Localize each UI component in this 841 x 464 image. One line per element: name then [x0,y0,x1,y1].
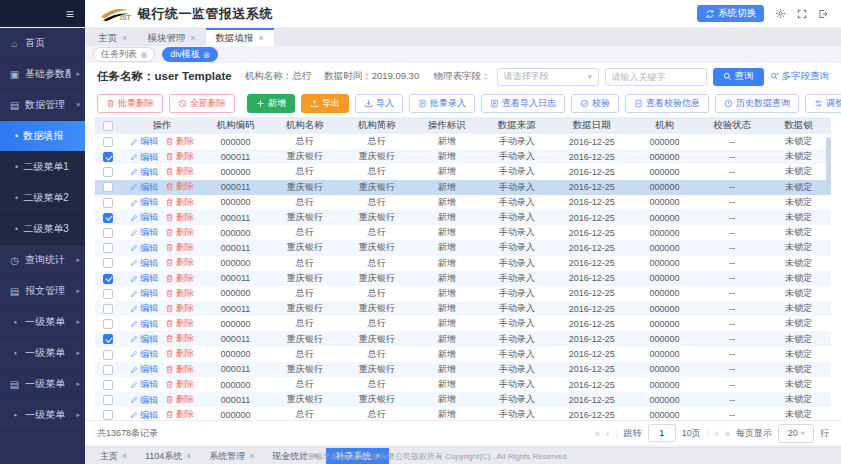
toolbar-button-right-8[interactable]: 调整原因 [805,94,841,113]
toolbar-button-left-1[interactable]: 全部删除 [169,94,235,113]
delete-link[interactable]: 删除 [165,408,194,420]
toolbar-button-right-3[interactable]: 批量录入 [409,94,475,113]
toolbar-button-right-6[interactable]: 查看校验信息 [625,94,709,113]
toolbar-button-left-0[interactable]: 批量删除 [97,94,163,113]
edit-link[interactable]: 编辑 [130,287,158,300]
prev-page-button[interactable]: ‹ [606,428,609,439]
delete-link[interactable]: 删除 [165,378,194,391]
toolbar-button-right-4[interactable]: 查看导入日志 [481,94,565,113]
edit-link[interactable]: 编辑 [130,363,158,376]
delete-link[interactable]: 删除 [165,332,194,345]
taskbar-tab-0[interactable]: 主页× [91,448,136,464]
select-all-checkbox[interactable] [103,121,113,131]
delete-link[interactable]: 删除 [165,165,194,178]
close-icon[interactable]: × [122,33,127,43]
delete-link[interactable]: 删除 [165,393,194,406]
row-checkbox[interactable] [103,198,113,208]
delete-link[interactable]: 删除 [165,256,194,269]
delete-link[interactable]: 删除 [165,363,194,376]
edit-link[interactable]: 编辑 [130,348,158,361]
delete-link[interactable]: 删除 [165,347,194,360]
row-checkbox[interactable] [103,167,113,177]
sidebar-item-0[interactable]: ⌂首页 [0,28,85,59]
keyword-input[interactable] [605,68,707,86]
close-icon[interactable]: × [259,33,264,43]
edit-link[interactable]: 编辑 [130,151,158,164]
tab-1[interactable]: 模块管理× [137,30,205,46]
edit-link[interactable]: 编辑 [130,135,158,148]
last-page-button[interactable]: » [724,428,730,439]
close-icon[interactable]: × [249,451,254,461]
row-checkbox[interactable] [103,350,113,360]
system-switch-button[interactable]: 系统切换 [697,5,764,22]
delete-link[interactable]: 删除 [165,272,194,285]
row-checkbox[interactable] [103,410,113,420]
edit-link[interactable]: 编辑 [130,302,158,315]
row-checkbox[interactable] [103,213,113,223]
tab-2[interactable]: 数据填报× [206,28,274,46]
row-checkbox[interactable] [103,243,113,253]
sidebar-item-2[interactable]: ▤数据管理▾ [0,90,85,121]
delete-link[interactable]: 删除 [165,196,194,209]
search-button[interactable]: 查询 [713,68,764,86]
fullscreen-icon[interactable] [797,9,807,19]
delete-link[interactable]: 删除 [165,211,194,224]
edit-link[interactable]: 编辑 [130,409,158,420]
delete-link[interactable]: 删除 [165,287,194,300]
row-checkbox[interactable] [103,365,113,375]
hamburger-menu-icon[interactable]: ≡ [66,7,74,21]
next-page-button[interactable]: › [715,428,718,439]
sub-tab-chip-0[interactable]: 任务列表⊗ [93,47,155,62]
sidebar-item-1[interactable]: ▣基础参数配置▸ [0,59,85,90]
toolbar-button-right-7[interactable]: 历史数据查询 [715,94,799,113]
edit-link[interactable]: 编辑 [130,196,158,209]
page-number-input[interactable] [648,424,676,442]
edit-link[interactable]: 编辑 [130,378,158,391]
edit-link[interactable]: 编辑 [130,257,158,270]
edit-link[interactable]: 编辑 [130,333,158,346]
row-checkbox[interactable] [103,228,113,238]
sub-tab-chip-1[interactable]: div模板⊗ [162,47,218,62]
row-checkbox[interactable] [103,258,113,268]
close-circle-icon[interactable]: ⊗ [203,50,210,60]
close-circle-icon[interactable]: ⊗ [140,50,147,60]
sidebar-item-9[interactable]: ◔一级菜单▸ [0,307,85,338]
sidebar-item-11[interactable]: ▤一级菜单▸ [0,369,85,400]
sidebar-item-10[interactable]: ◔一级菜单▸ [0,338,85,369]
sidebar-item-4[interactable]: •二级菜单1 [0,152,85,183]
edit-link[interactable]: 编辑 [130,394,158,407]
sidebar-item-6[interactable]: •二级菜单3 [0,214,85,245]
settings-gear-icon[interactable] [775,8,786,19]
taskbar-tab-1[interactable]: 1104系统× [136,448,200,464]
delete-link[interactable]: 删除 [165,150,194,163]
edit-link[interactable]: 编辑 [130,181,158,194]
close-icon[interactable]: × [190,33,195,43]
sidebar-item-3[interactable]: •数据填报 [0,121,85,152]
sidebar-item-8[interactable]: ▤报文管理▸ [0,276,85,307]
sidebar-item-12[interactable]: ◔一级菜单▸ [0,400,85,431]
row-checkbox[interactable] [103,274,113,284]
field-select[interactable]: 请选择字段 ▾ [497,68,599,86]
per-page-select[interactable]: 20 ▾ [778,424,814,443]
delete-link[interactable]: 删除 [165,302,194,315]
delete-link[interactable]: 删除 [165,226,194,239]
delete-link[interactable]: 删除 [165,135,194,148]
toolbar-button-right-2[interactable]: 导入 [355,94,403,113]
row-checkbox[interactable] [103,380,113,390]
edit-link[interactable]: 编辑 [130,166,158,179]
row-checkbox[interactable] [103,334,113,344]
edit-link[interactable]: 编辑 [130,318,158,331]
row-checkbox[interactable] [103,395,113,405]
edit-link[interactable]: 编辑 [130,211,158,224]
close-icon[interactable]: × [186,451,191,461]
toolbar-button-right-0[interactable]: 新增 [247,94,295,113]
row-checkbox[interactable] [103,304,113,314]
row-checkbox[interactable] [103,137,113,147]
row-checkbox[interactable] [103,289,113,299]
delete-link[interactable]: 删除 [165,180,194,193]
close-icon[interactable]: × [122,451,127,461]
toolbar-button-right-5[interactable]: 校验 [571,94,619,113]
delete-link[interactable]: 删除 [165,241,194,254]
tab-0[interactable]: 主页× [88,30,137,46]
sidebar-item-5[interactable]: •二级菜单2 [0,183,85,214]
